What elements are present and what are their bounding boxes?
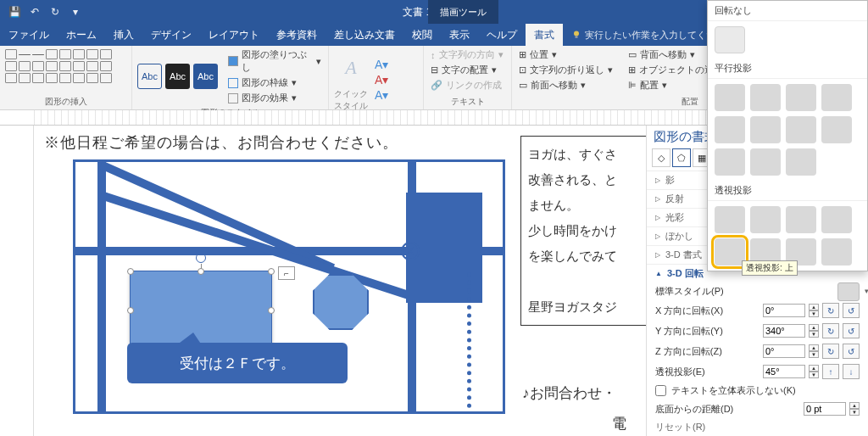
shapes-gallery[interactable] [5, 48, 122, 83]
tab-home[interactable]: ホーム [58, 24, 105, 46]
text-fill-button[interactable]: A▾ [375, 58, 388, 71]
rotation-preset-dropdown: 回転なし 平行投影 透視投影 透視投影: 上 [707, 0, 868, 271]
create-link-button: 🔗 リンクの作成 [429, 78, 505, 92]
preset-parallel-6[interactable] [750, 116, 781, 143]
z-rotation-spinner[interactable]: ▲▼ [809, 344, 819, 358]
dd-section-perspective: 透視投影 [708, 181, 867, 201]
z-rotate-cw-icon[interactable]: ↻ [822, 344, 839, 359]
text-outline-button[interactable]: A▾ [375, 73, 388, 87]
rotation-handle[interactable] [196, 253, 206, 263]
preset-perspective-4[interactable] [821, 206, 852, 233]
preset-parallel-8[interactable] [821, 116, 852, 143]
wrap-text-button[interactable]: ⊡ 文字列の折り返し ▾ [517, 63, 615, 77]
y-rotation-label: Y 方向に回転(Y) [655, 325, 760, 338]
pane-tab-fill-icon[interactable]: ◇ [652, 148, 670, 167]
z-rotation-label: Z 方向に回転(Z) [655, 345, 760, 358]
dashed-line-shape[interactable] [467, 272, 471, 408]
align-text-button[interactable]: ⊟ 文字の配置 ▾ [429, 63, 505, 77]
z-rotation-input[interactable] [763, 344, 805, 358]
perspective-up-icon[interactable]: ↑ [822, 364, 839, 379]
layout-options-icon[interactable]: ⌐ [278, 266, 295, 280]
shape-style-2[interactable]: Abc [165, 64, 190, 89]
preset-parallel-11[interactable] [786, 148, 816, 176]
y-rotation-input[interactable] [763, 324, 805, 338]
x-rotate-left-icon[interactable]: ↻ [822, 303, 839, 318]
preset-perspective-above[interactable] [715, 238, 745, 266]
shape-style-3[interactable]: Abc [193, 64, 218, 89]
preset-parallel-5[interactable] [715, 116, 745, 143]
tab-file[interactable]: ファイル [0, 24, 58, 46]
text-direction-button: ↕ 文字列の方向 ▾ [429, 48, 505, 62]
resize-handle[interactable] [127, 268, 134, 275]
preset-dropdown-button[interactable] [837, 282, 860, 301]
y-rotate-left-icon[interactable]: ↻ [822, 323, 839, 338]
dd-section-no-rotation: 回転なし [708, 1, 867, 21]
preset-parallel-4[interactable] [821, 84, 852, 111]
resize-handle[interactable] [127, 307, 134, 314]
x-rotation-input[interactable] [763, 304, 805, 317]
tab-format[interactable]: 書式 [526, 24, 563, 46]
distance-spinner[interactable]: ▲▼ [849, 402, 860, 416]
contextual-tab-drawing: 描画ツール [428, 0, 498, 24]
shape-style-1[interactable]: Abc [137, 64, 162, 89]
preset-parallel-3[interactable] [786, 84, 816, 111]
preset-perspective-1[interactable] [715, 206, 745, 233]
tab-layout[interactable]: レイアウト [200, 24, 268, 46]
tab-mailings[interactable]: 差し込み文書 [326, 24, 403, 46]
perspective-down-icon[interactable]: ↓ [843, 364, 860, 379]
preset-parallel-2[interactable] [750, 84, 781, 111]
pane-tab-effects-icon[interactable]: ⬠ [672, 148, 691, 167]
preset-parallel-9[interactable] [715, 148, 745, 176]
bring-forward-button[interactable]: ▭ 前面へ移動 ▾ [517, 78, 615, 92]
callout-shape[interactable]: 受付は２Ｆです。 [127, 343, 348, 383]
shape-outline-button[interactable]: 図形の枠線 ▾ [226, 75, 323, 90]
perspective-label: 透視投影(E) [655, 366, 760, 378]
preset-perspective-8[interactable] [821, 238, 852, 266]
svg-point-0 [574, 31, 579, 36]
distance-label: 底面からの距離(D) [655, 403, 800, 416]
tab-view[interactable]: 表示 [441, 24, 478, 46]
y-rotate-right-icon[interactable]: ↺ [843, 323, 860, 338]
x-rotation-spinner[interactable]: ▲▼ [809, 304, 819, 317]
preset-parallel-10[interactable] [750, 148, 781, 176]
preset-perspective-3[interactable] [786, 206, 816, 233]
tab-insert[interactable]: 挿入 [105, 24, 142, 46]
position-button[interactable]: ⊞ 位置 ▾ [517, 48, 615, 62]
wordart-quick-styles[interactable]: A クイック スタイル [334, 48, 368, 112]
preset-parallel-7[interactable] [786, 116, 816, 143]
lightbulb-icon [571, 30, 581, 40]
shape-effects-button[interactable]: 図形の効果 ▾ [226, 91, 323, 105]
group-text-label: テキスト [429, 94, 506, 109]
tab-design[interactable]: デザイン [142, 24, 200, 46]
undo-icon[interactable]: ↶ [25, 3, 44, 21]
vertical-ruler[interactable] [0, 126, 34, 436]
preset-tooltip: 透視投影: 上 [742, 260, 798, 276]
redo-icon[interactable]: ↻ [46, 3, 64, 21]
cross-circle-shape[interactable]: ✕ [401, 242, 420, 260]
preset-parallel-1[interactable] [715, 84, 745, 111]
tab-references[interactable]: 参考資料 [268, 24, 326, 46]
dd-section-parallel: 平行投影 [708, 59, 867, 79]
preset-none[interactable] [715, 26, 745, 53]
shape-fill-button[interactable]: 図形の塗りつぶし ▾ [226, 48, 323, 75]
tab-review[interactable]: 校閲 [403, 24, 441, 46]
y-rotation-spinner[interactable]: ▲▼ [809, 324, 819, 338]
perspective-input[interactable] [763, 365, 805, 378]
keep-text-flat-label: テキストを立体表示しない(K) [671, 384, 796, 397]
inquiry-text: ♪お問合わせ・ [522, 383, 616, 403]
resize-handle[interactable] [198, 268, 204, 275]
preset-perspective-2[interactable] [750, 206, 781, 233]
save-icon[interactable]: 💾 [5, 3, 24, 21]
perspective-spinner[interactable]: ▲▼ [809, 365, 819, 378]
reset-label[interactable]: リセット(R) [655, 421, 860, 433]
text-effects-button[interactable]: A▾ [375, 88, 388, 102]
resize-handle[interactable] [268, 268, 275, 275]
qat-more-icon[interactable]: ▾ [66, 3, 85, 21]
z-rotate-ccw-icon[interactable]: ↺ [843, 344, 860, 359]
distance-input[interactable] [804, 402, 846, 416]
keep-text-flat-checkbox[interactable] [655, 385, 666, 396]
svg-rect-1 [576, 36, 578, 38]
tab-help[interactable]: ヘルプ [478, 24, 526, 46]
x-rotate-right-icon[interactable]: ↺ [843, 303, 860, 318]
resize-handle[interactable] [268, 307, 275, 314]
